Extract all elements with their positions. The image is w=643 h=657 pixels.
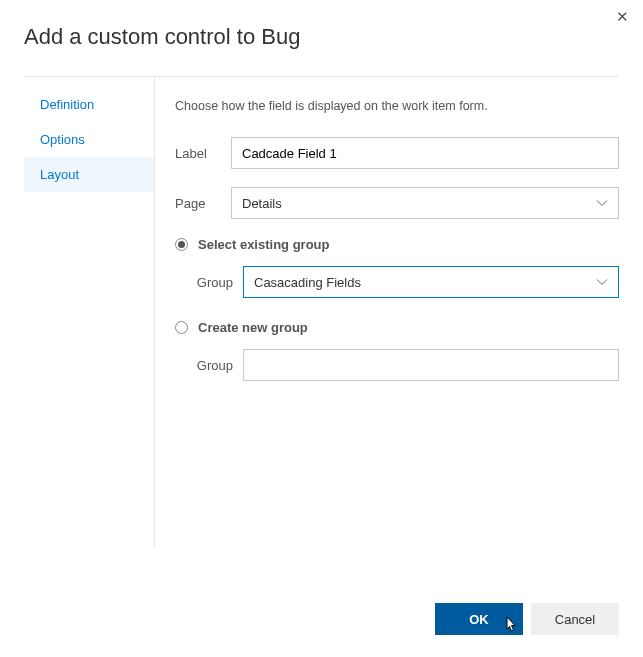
- page-select-value: Details: [242, 196, 282, 211]
- new-group-input[interactable]: [254, 358, 608, 373]
- ok-button[interactable]: OK: [435, 603, 523, 635]
- main-panel: Choose how the field is displayed on the…: [154, 77, 619, 547]
- new-group-input-wrapper: [243, 349, 619, 381]
- new-group-radio-row[interactable]: Create new group: [175, 320, 619, 335]
- new-group-field-row: Group: [179, 349, 619, 381]
- page-row: Page Details: [175, 187, 619, 219]
- radio-icon: [175, 238, 188, 251]
- cancel-button[interactable]: Cancel: [531, 603, 619, 635]
- chevron-down-icon: [596, 199, 608, 207]
- content-wrap: Definition Options Layout Choose how the…: [24, 76, 619, 547]
- page-select[interactable]: Details: [231, 187, 619, 219]
- existing-group-label: Select existing group: [198, 237, 329, 252]
- close-icon[interactable]: ✕: [616, 8, 629, 26]
- dialog-footer: OK Cancel: [435, 603, 619, 635]
- existing-group-select[interactable]: Casacading Fields: [243, 266, 619, 298]
- existing-group-radio-row[interactable]: Select existing group: [175, 237, 619, 252]
- sidebar-item-label: Layout: [40, 167, 79, 182]
- new-group-field-label: Group: [179, 358, 243, 373]
- radio-icon: [175, 321, 188, 334]
- new-group-block: Group: [175, 349, 619, 381]
- label-row: Label: [175, 137, 619, 169]
- existing-group-field-row: Group Casacading Fields: [179, 266, 619, 298]
- page-field-label: Page: [175, 196, 231, 211]
- label-input-wrapper: [231, 137, 619, 169]
- sidebar-item-options[interactable]: Options: [24, 122, 154, 157]
- sidebar-item-definition[interactable]: Definition: [24, 87, 154, 122]
- existing-group-field-label: Group: [179, 275, 243, 290]
- sidebar-item-label: Definition: [40, 97, 94, 112]
- sidebar-item-label: Options: [40, 132, 85, 147]
- new-group-label: Create new group: [198, 320, 308, 335]
- chevron-down-icon: [596, 278, 608, 286]
- label-input[interactable]: [242, 146, 608, 161]
- intro-text: Choose how the field is displayed on the…: [175, 99, 619, 113]
- label-field-label: Label: [175, 146, 231, 161]
- sidebar-item-layout[interactable]: Layout: [24, 157, 154, 192]
- existing-group-block: Group Casacading Fields: [175, 266, 619, 298]
- sidebar: Definition Options Layout: [24, 77, 154, 547]
- dialog-title: Add a custom control to Bug: [24, 24, 619, 50]
- existing-group-value: Casacading Fields: [254, 275, 361, 290]
